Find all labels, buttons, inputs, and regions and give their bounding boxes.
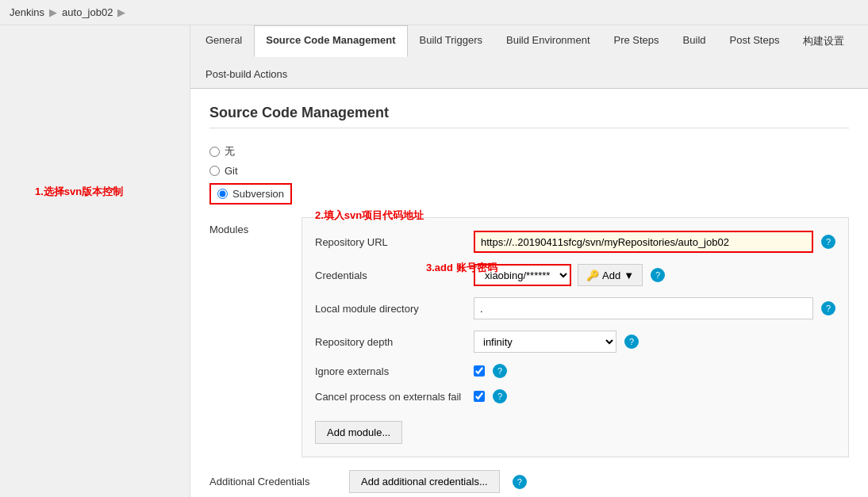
- radio-git-label: Git: [225, 165, 238, 177]
- modules-container: Modules 2.填入svn项目代码地址 Repository URL ? 3…: [209, 217, 849, 457]
- local-module-row: Local module directory ?: [315, 297, 835, 319]
- radio-git-input[interactable]: [209, 166, 220, 176]
- tab-post-build[interactable]: Post-build Actions: [194, 59, 299, 89]
- add-additional-credentials-button[interactable]: Add additional credentials...: [349, 470, 500, 493]
- repo-url-label: Repository URL: [315, 236, 466, 248]
- credentials-controls: xiaobing/****** 🔑 Add ▼: [474, 264, 643, 286]
- page-body: Source Code Management 无 Git 1.选择svn版本控制…: [190, 89, 868, 497]
- repo-url-row: 2.填入svn项目代码地址 Repository URL ?: [315, 231, 835, 253]
- tab-build-settings[interactable]: 构建设置: [791, 25, 856, 57]
- tab-source-code[interactable]: Source Code Management: [254, 25, 407, 57]
- radio-subversion-input[interactable]: [217, 189, 228, 199]
- breadcrumb-arrow-1: ▶: [49, 6, 57, 18]
- sidebar: [0, 25, 190, 497]
- tab-pre-steps[interactable]: Pre Steps: [602, 25, 671, 57]
- add-credentials-button[interactable]: 🔑 Add ▼: [578, 264, 643, 286]
- additional-credentials-help-icon[interactable]: ?: [513, 475, 527, 489]
- cancel-process-row: Cancel process on externals fail ?: [315, 389, 835, 403]
- modules-content: 2.填入svn项目代码地址 Repository URL ? 3.add 账号密…: [301, 217, 849, 457]
- additional-credentials-label: Additional Credentials: [209, 476, 336, 487]
- radio-none-label: 无: [225, 144, 235, 159]
- key-icon: 🔑: [586, 270, 599, 281]
- local-module-help-icon[interactable]: ?: [821, 301, 835, 315]
- tab-build[interactable]: Build: [671, 25, 718, 57]
- tab-build-env[interactable]: Build Environment: [494, 25, 602, 57]
- annotation-step2: 2.填入svn项目代码地址: [315, 208, 424, 223]
- repo-depth-label: Repository depth: [315, 336, 466, 348]
- credentials-help-icon[interactable]: ?: [651, 268, 665, 282]
- tab-post-steps[interactable]: Post Steps: [718, 25, 792, 57]
- local-module-input[interactable]: [474, 297, 813, 319]
- additional-credentials-row: Additional Credentials Add additional cr…: [209, 470, 849, 493]
- jenkins-link[interactable]: Jenkins: [10, 6, 44, 18]
- main-content: General Source Code Management Build Tri…: [190, 25, 868, 497]
- scm-radio-group: 无 Git 1.选择svn版本控制 Subversion: [209, 144, 849, 205]
- radio-subversion-label: Subversion: [232, 188, 284, 200]
- ignore-externals-help-icon[interactable]: ?: [493, 364, 507, 378]
- annotation-step3: 3.add 账号密码: [426, 261, 497, 275]
- ignore-externals-row: Ignore externals ?: [315, 364, 835, 378]
- repo-depth-row: Repository depth infinity empty files im…: [315, 331, 835, 353]
- tab-bar: General Source Code Management Build Tri…: [190, 25, 868, 89]
- repo-url-input[interactable]: [474, 231, 813, 253]
- radio-none[interactable]: 无: [209, 144, 849, 159]
- job-link[interactable]: auto_job02: [62, 6, 113, 18]
- cancel-process-label: Cancel process on externals fail: [315, 391, 466, 403]
- credentials-row: 3.add 账号密码 Credentials xiaobing/****** 🔑…: [315, 264, 835, 286]
- add-dropdown-arrow: ▼: [624, 270, 634, 281]
- cancel-process-checkbox[interactable]: [474, 391, 485, 402]
- radio-git[interactable]: Git: [209, 165, 849, 177]
- tab-build-triggers[interactable]: Build Triggers: [408, 25, 494, 57]
- repo-url-help-icon[interactable]: ?: [821, 235, 835, 249]
- repo-depth-help-icon[interactable]: ?: [624, 335, 639, 349]
- local-module-label: Local module directory: [315, 303, 466, 315]
- radio-subversion[interactable]: Subversion: [209, 183, 292, 205]
- breadcrumb-arrow-2: ▶: [117, 6, 125, 18]
- breadcrumb: Jenkins ▶ auto_job02 ▶: [0, 0, 868, 25]
- cancel-process-help-icon[interactable]: ?: [493, 389, 507, 403]
- modules-label: Modules: [209, 217, 289, 457]
- tab-general[interactable]: General: [194, 25, 254, 57]
- repo-depth-select[interactable]: infinity empty files immediates: [474, 331, 616, 353]
- add-module-button[interactable]: Add module...: [315, 421, 402, 444]
- annotation-step1: 1.选择svn版本控制: [35, 185, 123, 199]
- section-title: Source Code Management: [209, 105, 849, 128]
- add-btn-label: Add: [602, 270, 620, 281]
- ignore-externals-checkbox[interactable]: [474, 365, 485, 377]
- ignore-externals-label: Ignore externals: [315, 365, 466, 377]
- radio-none-input[interactable]: [209, 147, 220, 157]
